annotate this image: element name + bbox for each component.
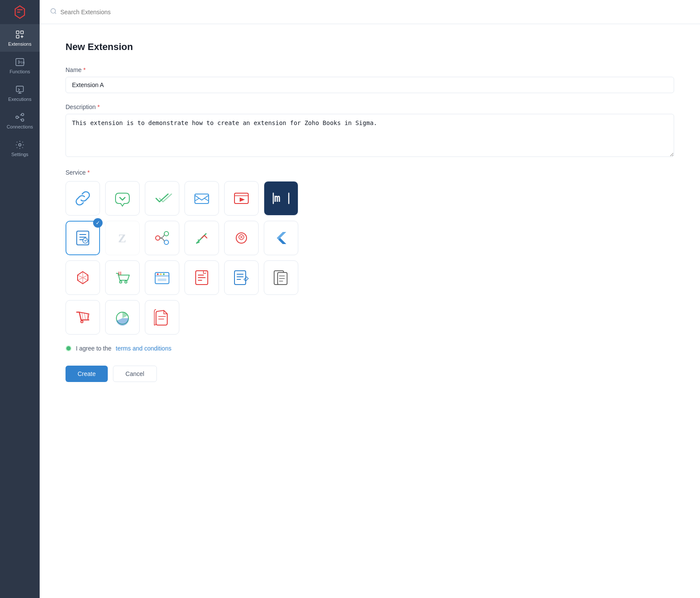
service-zoho-books[interactable]: ✓: [66, 221, 100, 255]
main-area: New Extension Name * Description * This …: [40, 0, 700, 598]
selected-check: ✓: [93, 218, 103, 228]
svg-point-26: [160, 273, 162, 275]
create-button[interactable]: Create: [66, 366, 108, 382]
page-title: New Extension: [66, 41, 674, 53]
functions-icon: f(x): [15, 57, 25, 67]
name-required: *: [83, 66, 85, 73]
svg-point-9: [19, 144, 21, 146]
svg-rect-5: [16, 86, 24, 92]
svg-text:m: m: [274, 192, 280, 204]
svg-point-7: [22, 113, 24, 116]
service-ticktick[interactable]: [145, 181, 179, 216]
service-zoho-stream[interactable]: [224, 181, 259, 216]
connections-icon: [15, 112, 25, 122]
logo: [0, 0, 40, 24]
service-zoho-shopping[interactable]: [105, 260, 140, 295]
svg-point-27: [163, 273, 165, 275]
svg-text:Z: Z: [118, 232, 126, 245]
sidebar-item-label: Settings: [11, 152, 28, 157]
terms-link[interactable]: terms and conditions: [116, 345, 172, 352]
svg-point-22: [120, 281, 122, 283]
sidebar-item-functions[interactable]: f(x) Functions: [0, 52, 40, 79]
service-seismic[interactable]: [184, 221, 219, 255]
name-field-group: Name *: [66, 66, 674, 93]
sidebar-item-executions[interactable]: Executions: [0, 79, 40, 107]
svg-point-19: [164, 232, 169, 236]
description-label: Description *: [66, 103, 674, 110]
service-zoho-writer[interactable]: [224, 260, 259, 295]
svg-rect-1: [21, 31, 23, 34]
service-label: Service *: [66, 169, 674, 176]
svg-point-18: [156, 236, 160, 240]
svg-rect-0: [16, 31, 19, 34]
search-icon: [50, 8, 57, 16]
button-row: Create Cancel: [66, 366, 674, 382]
service-z-disabled: Z: [105, 221, 140, 255]
extensions-icon: [15, 29, 25, 40]
svg-point-33: [81, 321, 83, 323]
service-crypto[interactable]: [66, 260, 100, 295]
service-cart[interactable]: [66, 300, 100, 335]
svg-rect-11: [195, 194, 209, 204]
service-zoho-cliq[interactable]: [105, 181, 140, 216]
service-flutter[interactable]: [264, 221, 298, 255]
service-matrix[interactable]: m: [264, 181, 298, 216]
service-zoho-mail[interactable]: [184, 181, 219, 216]
sidebar-item-settings[interactable]: Settings: [0, 135, 40, 162]
service-field-group: Service *: [66, 169, 674, 335]
service-link[interactable]: [66, 181, 100, 216]
svg-marker-13: [240, 197, 245, 202]
svg-rect-2: [16, 35, 19, 38]
svg-rect-28: [158, 279, 166, 281]
svg-point-23: [125, 281, 127, 283]
sidebar-item-connections[interactable]: Connections: [0, 107, 40, 135]
agreement-row: I agree to the terms and conditions: [66, 345, 674, 352]
settings-icon: [15, 140, 25, 150]
svg-point-10: [51, 9, 56, 13]
service-grid: m ✓ Z: [66, 181, 674, 335]
executions-icon: [15, 85, 25, 95]
service-zoho-forms[interactable]: [184, 260, 219, 295]
description-input[interactable]: This extension is to demonstrate how to …: [66, 114, 674, 157]
content-area: New Extension Name * Description * This …: [40, 24, 700, 598]
service-required: *: [88, 169, 90, 176]
service-zoho-news[interactable]: [264, 260, 298, 295]
svg-point-20: [164, 240, 169, 244]
svg-text:f(x): f(x): [21, 61, 25, 64]
description-required: *: [97, 103, 100, 110]
svg-rect-30: [234, 271, 246, 285]
agreement-prefix: I agree to the: [76, 345, 112, 352]
sidebar-item-label: Connections: [6, 124, 33, 129]
service-zoho-toolkit[interactable]: [145, 260, 179, 295]
service-backstage[interactable]: [145, 300, 179, 335]
topbar: [40, 0, 700, 24]
service-bugsnag[interactable]: [224, 221, 259, 255]
sidebar: Extensions f(x) Functions Executions: [0, 0, 40, 598]
name-label: Name *: [66, 66, 674, 73]
sidebar-item-label: Extensions: [8, 41, 31, 47]
svg-point-8: [22, 119, 24, 122]
svg-point-25: [157, 273, 159, 275]
svg-point-6: [16, 116, 19, 119]
sidebar-item-extensions[interactable]: Extensions: [0, 24, 40, 52]
agreement-dot: [66, 345, 72, 351]
service-analytics[interactable]: [105, 300, 140, 335]
description-field-group: Description * This extension is to demon…: [66, 103, 674, 159]
sidebar-item-label: Functions: [9, 69, 30, 74]
name-input[interactable]: [66, 77, 674, 93]
cancel-button[interactable]: Cancel: [113, 366, 157, 382]
sidebar-item-label: Executions: [8, 97, 31, 102]
service-zoho-flow[interactable]: [145, 221, 179, 255]
search-input[interactable]: [60, 9, 690, 16]
